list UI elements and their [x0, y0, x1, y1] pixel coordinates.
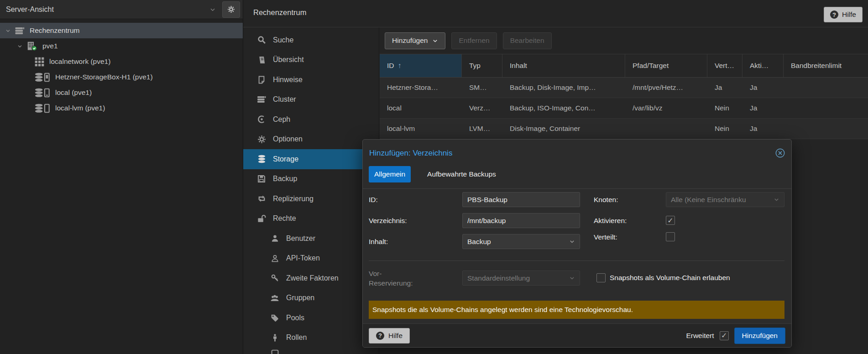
sidebar-item-partial[interactable] — [243, 348, 379, 354]
resource-tree: Rechenzentrum pve1 localnetwork (pve1) H… — [0, 19, 243, 116]
tree-item-label: Rechenzentrum — [30, 26, 79, 35]
chevron-down-icon — [209, 6, 216, 13]
column-label: Typ — [469, 62, 481, 70]
column-header-bandbreitenlimit[interactable]: Bandbreitenlimit — [784, 54, 868, 77]
sidebar-item-ceph[interactable]: Ceph — [243, 109, 379, 130]
tree-item-localnetwork[interactable]: localnetwork (pve1) — [0, 54, 243, 69]
add-button-label: Hinzufügen — [392, 36, 428, 45]
sidebar-item-api-token[interactable]: API-Token — [243, 249, 379, 269]
cell-pfad: /mnt/pve/Hetz… — [625, 78, 707, 98]
sidebar-item-replizierung[interactable]: Replizierung — [243, 189, 379, 209]
dialog-help-button-label: Hilfe — [388, 332, 403, 340]
sidebar-item-cluster[interactable]: Cluster — [243, 90, 379, 110]
sidebar-item-storage[interactable]: Storage — [243, 149, 379, 169]
snapshots-checkbox[interactable] — [596, 273, 606, 282]
tree-item-label: local (pve1) — [55, 88, 92, 97]
cell-aktiviert: Ja — [743, 98, 784, 118]
column-header-id[interactable]: ID — [380, 54, 462, 77]
node-online-icon — [26, 41, 37, 51]
sidebar-item-label: Übersicht — [273, 56, 304, 64]
column-label: Vert… — [715, 62, 734, 70]
remove-button-label: Entfernen — [459, 36, 489, 45]
gear-icon — [227, 5, 235, 13]
storage-toolbar: Hinzufügen Entfernen Bearbeiten — [380, 27, 868, 54]
enable-field-label: Aktivieren: — [594, 213, 627, 228]
table-row[interactable]: local-lvm LVM… Disk-Image, Container Nei… — [380, 119, 868, 139]
tab-aufbewahrte-backups[interactable]: Aufbewahrte Backups — [422, 166, 502, 182]
column-label: Pfad/Target — [633, 62, 669, 70]
column-label: Bandbreitenlimit — [791, 62, 842, 70]
storage-icon — [35, 104, 50, 113]
datacenter-icon — [15, 26, 25, 35]
caret-down-icon[interactable] — [17, 44, 24, 49]
id-field[interactable] — [462, 192, 580, 207]
note-icon — [256, 76, 267, 84]
table-row[interactable]: local Verz… Backup, ISO-Image, Con… /var… — [380, 98, 868, 119]
view-selector[interactable]: Server-Ansicht — [0, 0, 243, 19]
sidebar-item-label: Storage — [273, 155, 298, 163]
cell-id: local — [380, 98, 462, 118]
sidebar-item-label: Benutzer — [286, 234, 315, 243]
sidebar-item-zweite-faktoren[interactable]: Zweite Faktoren — [243, 268, 379, 288]
cell-inhalt: Disk-Image, Container — [502, 119, 625, 139]
sidebar-item-label: Rechte — [273, 214, 296, 223]
content-field-label: Inhalt: — [369, 234, 388, 249]
sidebar-item-hinweise[interactable]: Hinweise — [243, 70, 379, 90]
preallocation-select-value: Standardeinstellung — [467, 274, 530, 282]
sidebar-item-backup[interactable]: Backup — [243, 169, 379, 189]
sidebar-item-rechte[interactable]: Rechte — [243, 209, 379, 229]
column-header-aktiviert[interactable]: Akti… — [743, 54, 784, 77]
close-icon[interactable] — [775, 148, 785, 158]
cell-typ: LVM… — [462, 119, 502, 139]
chevron-down-icon — [774, 197, 779, 203]
tree-item-label: pve1 — [42, 42, 58, 50]
table-row[interactable]: Hetzner-Stora… SM… Backup, Disk-Image, I… — [380, 78, 868, 98]
sidebar-item-pools[interactable]: Pools — [243, 308, 379, 328]
column-label: ID — [387, 62, 394, 70]
tab-allgemein[interactable]: Allgemein — [369, 166, 411, 182]
sidebar-item-rollen[interactable]: Rollen — [243, 328, 379, 348]
help-button[interactable]: Hilfe — [824, 7, 863, 22]
divider — [369, 260, 784, 261]
column-header-inhalt[interactable]: Inhalt — [502, 54, 625, 77]
enable-checkbox[interactable] — [666, 216, 675, 225]
add-button[interactable]: Hinzufügen — [385, 32, 445, 49]
sidebar-item-gruppen[interactable]: Gruppen — [243, 288, 379, 308]
cell-bandbreitenlimit — [784, 119, 868, 139]
sidebar-item-label: Rollen — [286, 333, 307, 342]
replication-arrows-icon — [256, 194, 267, 203]
sidebar-item-suche[interactable]: Suche — [243, 30, 379, 50]
tree-item-local-lvm[interactable]: local-lvm (pve1) — [0, 100, 243, 116]
column-header-pfad[interactable]: Pfad/Target — [625, 54, 707, 77]
tree-item-hetzner-storagebox[interactable]: Hetzner-StorageBox-H1 (pve1) — [0, 69, 243, 85]
preallocation-select: Standardeinstellung — [462, 271, 580, 286]
question-circle-icon — [376, 332, 384, 340]
tree-item-pve1[interactable]: pve1 — [0, 38, 243, 54]
submit-button[interactable]: Hinzufügen — [734, 328, 785, 344]
advanced-checkbox[interactable] — [720, 331, 729, 340]
cell-pfad: /var/lib/vz — [625, 98, 707, 118]
tree-item-local[interactable]: local (pve1) — [0, 85, 243, 100]
floppy-icon — [256, 175, 267, 183]
directory-field[interactable] — [462, 213, 580, 228]
warning-banner: Snapshots die als Volume-Chains angelegt… — [369, 301, 784, 319]
tree-settings-button[interactable] — [222, 1, 240, 18]
sidebar-item-optionen[interactable]: Optionen — [243, 130, 379, 150]
book-icon — [256, 56, 267, 64]
network-grid-icon — [35, 57, 44, 67]
dialog-help-button[interactable]: Hilfe — [369, 328, 410, 344]
edit-button[interactable]: Bearbeiten — [503, 32, 552, 49]
shared-checkbox[interactable] — [666, 232, 675, 241]
tree-item-rechenzentrum[interactable]: Rechenzentrum — [0, 23, 243, 38]
column-header-typ[interactable]: Typ — [462, 54, 502, 77]
remove-button[interactable]: Entfernen — [451, 32, 497, 49]
column-header-verteilt[interactable]: Vert… — [707, 54, 743, 77]
sidebar-item-uebersicht[interactable]: Übersicht — [243, 50, 379, 70]
sidebar-item-benutzer[interactable]: Benutzer — [243, 229, 379, 249]
directory-field-label: Verzeichnis: — [369, 213, 407, 228]
content-select[interactable]: Backup — [462, 234, 580, 249]
sidebar-item-label: Hinweise — [273, 76, 303, 84]
cell-verteilt: Nein — [707, 119, 743, 139]
caret-down-icon[interactable] — [5, 28, 12, 33]
resource-tree-panel: Server-Ansicht Rechenzentrum pv — [0, 0, 243, 354]
